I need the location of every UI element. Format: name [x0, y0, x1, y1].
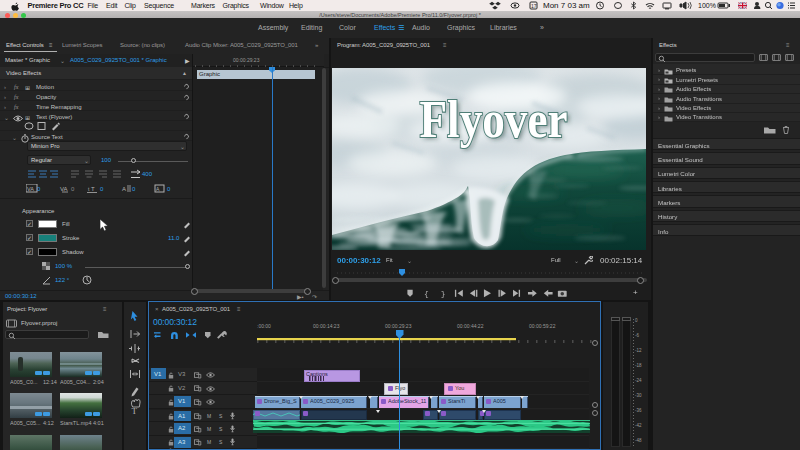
svg-text:VA: VA: [60, 186, 68, 192]
svg-text:{: {: [424, 289, 429, 298]
svg-text:t: t: [88, 186, 90, 192]
svg-text:T: T: [132, 406, 138, 414]
svg-text:T: T: [91, 186, 95, 192]
svg-text:VA: VA: [27, 186, 34, 192]
svg-text:A: A: [156, 186, 160, 192]
svg-text:Flyover: Flyover: [420, 90, 568, 148]
svg-text:17: 17: [531, 3, 537, 9]
svg-text:Mon 7 03 am: Mon 7 03 am: [543, 1, 590, 10]
svg-text:100%: 100%: [698, 2, 716, 9]
svg-text:A: A: [122, 186, 126, 192]
svg-text:}: }: [441, 289, 446, 298]
